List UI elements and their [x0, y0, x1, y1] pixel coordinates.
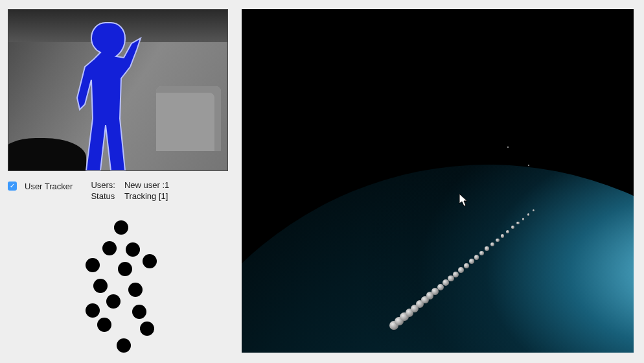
skeleton-joint [114, 220, 128, 235]
star-icon [507, 146, 509, 148]
skeleton-joint [93, 279, 108, 293]
planet-surface [242, 165, 634, 353]
status-value: Tracking [1] [124, 191, 169, 201]
users-label: Users: [91, 180, 115, 190]
skeleton-joint [140, 322, 154, 336]
skeleton-joint [143, 254, 157, 268]
user-tracker-label: User Tracker [25, 182, 73, 191]
skeleton-joint [132, 305, 146, 319]
tracker-status-table: Users: New user :1 Status Tracking [1] [91, 180, 169, 201]
skeleton-joint [106, 294, 121, 309]
user-tracker-checkbox[interactable] [8, 182, 17, 191]
skeleton-joint [102, 241, 117, 255]
skeleton-joint-view [78, 214, 207, 350]
skeleton-joint [86, 303, 100, 318]
depth-camera-view [8, 9, 228, 171]
skeleton-joint [118, 262, 132, 276]
depth-furniture [156, 86, 221, 151]
skeleton-joint [86, 258, 100, 272]
status-label: Status [91, 191, 115, 201]
star-icon [528, 165, 529, 166]
skeleton-joint [128, 283, 143, 297]
skeleton-joint [126, 242, 140, 257]
skeleton-joint [97, 318, 111, 332]
user-silhouette [60, 21, 151, 171]
skeleton-joint [117, 338, 131, 353]
users-value: New user :1 [124, 180, 169, 190]
3d-render-view[interactable] [242, 9, 634, 353]
